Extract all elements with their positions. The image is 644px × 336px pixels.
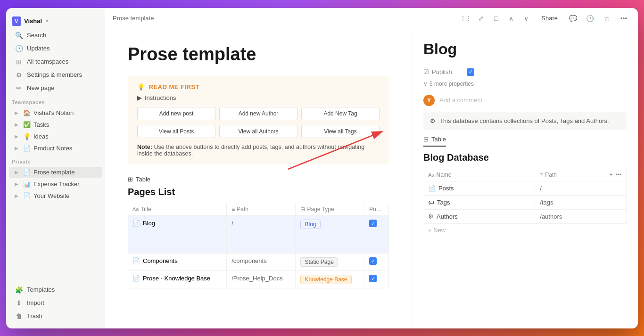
share-button[interactable]: Share	[537, 13, 562, 24]
sidebar-item-templates[interactable]: 🧩 Templates	[9, 284, 102, 296]
checkbox-checked-icon[interactable]	[369, 220, 377, 227]
more-properties-toggle[interactable]: ∨ 5 more properties	[423, 79, 627, 89]
tree-item-label: Product Notes	[33, 145, 72, 152]
sidebar-item-settings[interactable]: ⚙ Settings & members	[9, 69, 102, 81]
add-col-icon[interactable]: +	[609, 172, 612, 178]
nav-down-icon[interactable]: ∨	[520, 12, 533, 25]
page-icon: 📄	[132, 257, 140, 264]
sidebar-item-search[interactable]: 🔍 Search	[9, 29, 102, 41]
cell-path: /components	[227, 253, 296, 270]
blog-database-table: Aa Name ≡ Path	[423, 169, 627, 224]
grid-icon: ⊞	[15, 58, 23, 66]
nav-icons: ⋮⋮ ⤢ □ ∧ ∨	[459, 12, 533, 25]
view-all-tags-button[interactable]: View all Tags	[301, 125, 380, 138]
sidebar-item-import[interactable]: ⬇ Import	[9, 297, 102, 309]
nav-up-icon[interactable]: ∧	[504, 12, 518, 25]
instructions-toggle[interactable]: ▶ Instructions	[137, 94, 380, 101]
sidebar-item-trash[interactable]: 🗑 Trash	[9, 310, 102, 322]
teamspaces-label: Teamspaces	[6, 95, 105, 107]
expand-icon[interactable]: ⤢	[474, 12, 487, 25]
page-icon: 📄	[132, 275, 140, 282]
page-icon: 📄	[132, 220, 140, 227]
top-bar-actions: ⋮⋮ ⤢ □ ∧ ∨ Share 💬 🕐 ☆ •••	[459, 12, 630, 25]
col-path: ≡ Path + •••	[535, 169, 627, 181]
gear-icon: ⚙	[15, 71, 23, 79]
col-page-type: ⊟ Page Type	[296, 203, 364, 216]
clock-icon[interactable]: 🕐	[583, 12, 596, 25]
db-table-row[interactable]: ⚙ Authors /authors	[423, 209, 627, 223]
sidebar-item-vishal-notion[interactable]: ▶ 🏠 Vishal's Notion	[9, 107, 102, 118]
add-new-author-button[interactable]: Add new Author	[219, 107, 297, 120]
lines-icon: ≡	[231, 206, 235, 213]
table-view-tab[interactable]: ⊞ Table	[423, 136, 446, 147]
comment-row: V Add a comment...	[423, 95, 627, 106]
table-tab[interactable]: ⊞ Table	[128, 176, 389, 183]
sidebar-user[interactable]: V Vishal ▾	[6, 14, 105, 29]
main-content: Prose template ⋮⋮ ⤢ □ ∧ ∨ Share 💬 🕐 ☆ ••…	[105, 8, 638, 328]
sidebar-item-ideas[interactable]: ▶ 💡 Ideas	[9, 131, 102, 142]
star-icon[interactable]: ☆	[600, 12, 613, 25]
checkbox-checked-icon[interactable]	[369, 275, 377, 282]
table-row[interactable]: 📄 Components /components Static Page	[128, 253, 389, 270]
sidebar-item-label: Settings & members	[27, 71, 82, 78]
more-options-icon[interactable]: •••	[617, 12, 630, 25]
tree-item-label: Ideas	[33, 133, 49, 140]
table-row[interactable]: 📄 Prose - Knowledge Base /Prose_Help_Doc…	[128, 270, 389, 288]
view-all-posts-button[interactable]: View all Posts	[137, 125, 215, 138]
lines-icon: ≡	[540, 172, 543, 178]
tree-item-label: Prose template	[33, 169, 74, 176]
templates-icon: 🧩	[15, 286, 23, 294]
clock-icon: 🕐	[15, 45, 23, 52]
view-all-authors-button[interactable]: View all Authors	[219, 125, 297, 138]
cell-title: 📄 Blog	[128, 215, 227, 253]
sidebar-item-tasks[interactable]: ▶ ✅ Tasks	[9, 119, 102, 130]
table-row[interactable]: 📄 Blog / Blog	[128, 215, 389, 253]
publish-checkbox[interactable]	[467, 68, 474, 76]
trash-icon: 🗑	[15, 312, 23, 320]
window-icon[interactable]: □	[489, 12, 503, 25]
db-table-row[interactable]: 🏷 Tags /tags	[423, 195, 627, 209]
new-row-button[interactable]: + New	[423, 224, 627, 237]
col-title: Aa Title	[128, 203, 227, 216]
action-buttons-row1: Add new post Add new Author Add New Tag	[137, 107, 380, 120]
sidebar-item-updates[interactable]: 🕐 Updates	[9, 42, 102, 55]
checkmark-icon: ✅	[23, 121, 31, 128]
aa-icon: Aa	[132, 206, 139, 212]
info-box: 💡 READ ME FIRST ▶ Instructions Add new p…	[128, 76, 389, 164]
page-icon: 📄	[23, 192, 31, 199]
comment-placeholder[interactable]: Add a comment...	[439, 97, 487, 104]
add-new-tag-button[interactable]: Add New Tag	[301, 107, 380, 120]
chevron-right-icon: ▶	[15, 170, 20, 175]
sidebar-item-new-page[interactable]: ✏ New page	[9, 82, 102, 94]
cell-name: ⚙ Authors	[423, 209, 535, 223]
cell-title: 📄 Components	[128, 253, 227, 270]
cell-path: /tags	[535, 195, 627, 209]
left-panel: Prose template 💡 READ ME FIRST ▶ Instruc…	[105, 29, 412, 328]
info-box-header: 💡 READ ME FIRST	[137, 83, 380, 90]
sidebar-toggle-icon[interactable]: ⋮⋮	[459, 12, 472, 25]
sidebar-item-label: Search	[27, 32, 46, 39]
sidebar-item-prose-template[interactable]: ▶ 📄 Prose template	[9, 167, 102, 178]
sidebar-item-product-notes[interactable]: ▶ 📄 Product Notes	[9, 143, 102, 154]
chevron-right-icon: ▶	[15, 181, 20, 187]
page-type-tag: Knowledge Base	[300, 275, 351, 284]
sidebar-item-all-teamspaces[interactable]: ⊞ All teamspaces	[9, 56, 102, 68]
info-note: Note: Use the above buttons to directly …	[137, 144, 380, 157]
user-name: Vishal	[24, 17, 42, 25]
sidebar-item-label: All teamspaces	[27, 58, 68, 65]
cell-page-type: Static Page	[296, 253, 364, 270]
checkbox-checked-icon[interactable]	[369, 257, 377, 265]
chat-icon[interactable]: 💬	[566, 12, 579, 25]
sidebar-item-your-website[interactable]: ▶ 📄 Your Website	[9, 190, 102, 201]
db-table-row[interactable]: 📄 Posts /	[423, 181, 627, 195]
user-avatar: V	[12, 16, 21, 26]
add-new-post-button[interactable]: Add new post	[137, 107, 215, 120]
page-icon: 📄	[23, 169, 31, 176]
sidebar-item-expense-tracker[interactable]: ▶ 📊 Expense Tracker	[9, 179, 102, 189]
left-panel-inner: Prose template 💡 READ ME FIRST ▶ Instruc…	[128, 44, 389, 288]
table-icon: ⊞	[128, 176, 133, 183]
more-options-icon[interactable]: •••	[615, 172, 621, 178]
breadcrumb: Prose template	[113, 15, 154, 22]
cell-path: /	[535, 181, 627, 195]
sidebar-item-label: Import	[27, 299, 44, 306]
